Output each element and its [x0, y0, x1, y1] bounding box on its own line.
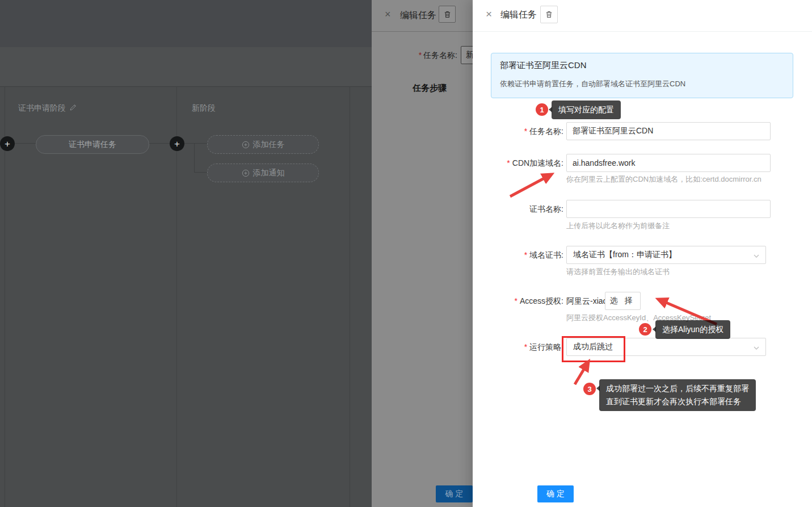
- run-strategy-label: *运行策略:: [473, 338, 563, 356]
- connector-line: [184, 143, 194, 144]
- label-text: 证书名称:: [529, 204, 563, 213]
- required-mark: *: [524, 250, 527, 259]
- close-icon[interactable]: ×: [486, 9, 496, 19]
- task-steps-heading: 任务步骤: [413, 83, 447, 94]
- label-text: 任务名称:: [423, 51, 457, 60]
- delete-task-button[interactable]: [540, 6, 558, 23]
- label-text: 运行策略:: [529, 342, 563, 351]
- connector-line: [194, 172, 207, 173]
- select-value: 域名证书【from：申请证书】: [573, 250, 676, 260]
- plus-icon: +: [174, 139, 180, 149]
- confirm-button[interactable]: 确 定: [537, 485, 574, 502]
- cdn-domain-hint: 你在阿里云上配置的CDN加速域名，比如:certd.docmirror.cn: [566, 174, 761, 185]
- task-name-input: [461, 46, 473, 64]
- drawer-title: 编辑任务: [400, 10, 436, 22]
- access-hint: 阿里云授权AccessKeyId、AccessKeySecret: [566, 313, 711, 323]
- label-text: 任务名称:: [529, 127, 563, 136]
- required-mark: *: [507, 158, 510, 167]
- task-name-label: *任务名称:: [473, 122, 563, 140]
- trash-icon: [443, 10, 452, 19]
- connector-line: [15, 143, 36, 144]
- stage-title-label: 新阶段: [192, 103, 216, 114]
- trash-icon: [545, 10, 553, 19]
- required-mark: *: [419, 51, 422, 60]
- cert-name-hint: 上传后将以此名称作为前缀备注: [566, 221, 670, 231]
- domain-cert-label: *域名证书:: [473, 246, 563, 264]
- edit-task-drawer: × 编辑任务 部署证书至阿里云CDN 依赖证书申请前置任务，自动部署域名证书至阿…: [473, 0, 812, 507]
- connector-line: [148, 143, 170, 144]
- task-node-cert-request: 证书申请任务: [36, 135, 149, 154]
- add-stage-button: +: [0, 136, 15, 151]
- drawer-title: 编辑任务: [500, 9, 537, 21]
- plugin-info-banner: [491, 53, 793, 98]
- close-icon: ×: [385, 10, 394, 19]
- cdn-domain-input[interactable]: [566, 154, 771, 172]
- task-name-label: *任务名称:: [372, 51, 457, 61]
- edit-pencil-icon: [69, 104, 77, 113]
- stage-title-new-stage: 新阶段: [192, 103, 216, 114]
- label-text: 域名证书:: [529, 250, 563, 259]
- plus-circle-icon: [242, 169, 250, 177]
- label-text: CDN加速域名:: [512, 158, 563, 167]
- plus-circle-icon: [242, 141, 250, 149]
- plugin-info-description: 依赖证书申请前置任务，自动部署域名证书至阿里云CDN: [500, 79, 685, 89]
- cdn-domain-label: *CDN加速域名:: [473, 154, 563, 172]
- required-mark: *: [524, 342, 527, 351]
- domain-cert-hint: 请选择前置任务输出的域名证书: [566, 267, 670, 277]
- access-select-button[interactable]: 选 择: [605, 292, 641, 310]
- plus-icon: +: [5, 139, 10, 149]
- add-task-button: 添加任务: [207, 135, 319, 154]
- chevron-down-icon: [753, 344, 760, 353]
- label-text: Access授权:: [520, 296, 563, 305]
- access-selected-value: 阿里云-xiao: [566, 292, 606, 310]
- chevron-down-icon: [753, 252, 760, 261]
- add-notification-button: 添加通知: [207, 164, 319, 182]
- pipeline-edit-screen: 证书申请阶段 新阶段 + + 证书申请任务 添加任务 添: [0, 0, 812, 507]
- task-node-label: 证书申请任务: [69, 140, 116, 150]
- stage-title-cert-request: 证书申请阶段: [18, 103, 77, 114]
- task-name-input[interactable]: [566, 122, 771, 140]
- stage-column-divider: [350, 86, 350, 507]
- connector-line: [194, 143, 195, 172]
- add-task-label: 添加任务: [253, 140, 285, 150]
- run-strategy-select[interactable]: 成功后跳过: [566, 338, 766, 356]
- delete-task-button: [439, 6, 456, 23]
- add-stage-button: +: [170, 136, 184, 151]
- confirm-button: 确 定: [436, 485, 473, 502]
- stage-title-label: 证书申请阶段: [18, 103, 66, 114]
- domain-cert-select[interactable]: 域名证书【from：申请证书】: [566, 246, 766, 264]
- cert-name-input[interactable]: [566, 200, 771, 218]
- plugin-info-title: 部署证书至阿里云CDN: [500, 60, 587, 71]
- required-mark: *: [515, 296, 518, 305]
- access-label: *Access授权:: [473, 292, 563, 310]
- add-notification-label: 添加通知: [253, 168, 285, 178]
- edit-task-drawer-background: × 编辑任务 *任务名称: 任务步骤 确 定: [372, 0, 473, 507]
- cert-name-label: 证书名称:: [473, 200, 563, 218]
- required-mark: *: [524, 127, 527, 136]
- connector-line: [194, 143, 207, 144]
- select-value: 成功后跳过: [573, 342, 613, 352]
